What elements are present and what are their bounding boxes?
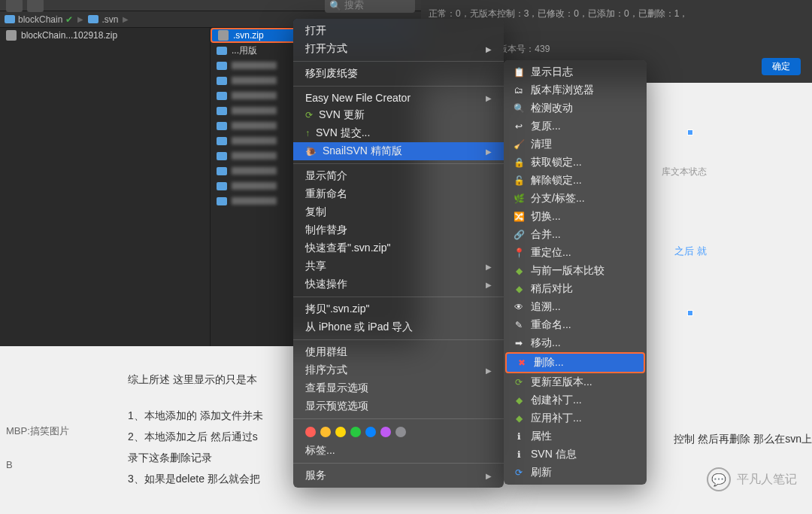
- sub-cleanup[interactable]: 🧹清理: [504, 135, 647, 154]
- switch-icon: 🔀: [513, 211, 525, 222]
- menu-svn-update[interactable]: ⟳SVN 更新: [293, 106, 504, 124]
- resize-handle[interactable]: [687, 129, 693, 135]
- menu-snailsvn[interactable]: 🐌SnailSVN 精简版▶: [293, 142, 504, 160]
- menu-separator: [293, 86, 504, 87]
- menu-rename[interactable]: 重新命名: [293, 185, 504, 203]
- menu-easy-new-file[interactable]: Easy New File Creator▶: [293, 90, 504, 106]
- menu-open-with[interactable]: 打开方式▶: [293, 40, 504, 58]
- sub-branch-tag[interactable]: 🌿分支/标签...: [504, 190, 647, 208]
- folder-icon: [217, 62, 227, 70]
- column-1[interactable]: blockChain...102918.zip: [0, 28, 211, 346]
- sub-blame[interactable]: 👁追溯...: [504, 298, 647, 316]
- folder-icon: [217, 137, 227, 145]
- sub-repo-browser[interactable]: 🗂版本库浏览器: [504, 81, 647, 99]
- menu-separator: [293, 297, 504, 297]
- sub-release-lock[interactable]: 🔓解除锁定...: [504, 172, 647, 190]
- toolbar: 🔍 搜索: [0, 0, 421, 11]
- resize-handle[interactable]: [687, 310, 693, 316]
- menu-separator: [293, 163, 504, 164]
- sidebar-text: B: [0, 456, 75, 473]
- menu-groups[interactable]: 使用群组: [293, 343, 504, 361]
- article-text: 综上所述 这里显示的只是本 1、本地添加的 添加文件并未 2、本地添加之后 然后…: [0, 361, 812, 497]
- menu-quick-actions[interactable]: 快速操作▶: [293, 275, 504, 293]
- relocate-icon: 📍: [513, 248, 525, 258]
- rename-icon: ✎: [513, 320, 525, 330]
- menu-import[interactable]: 从 iPhone 或 iPad 导入: [293, 318, 504, 336]
- sub-show-log[interactable]: 📋显示日志: [504, 63, 647, 81]
- diff-icon: ◆: [513, 284, 525, 294]
- sub-check-mods[interactable]: 🔍检测改动: [504, 99, 647, 117]
- article-line: 1、本地添加的 添加文件并未: [128, 405, 684, 426]
- folder-icon: [217, 77, 227, 85]
- nav-back-button[interactable]: [6, 0, 23, 12]
- chevron-right-icon: ▶: [486, 281, 492, 289]
- folder-icon: [217, 122, 227, 130]
- menu-get-info[interactable]: 显示简介: [293, 167, 504, 185]
- sub-diff-later[interactable]: ◆稍后对比: [504, 280, 647, 298]
- chevron-right-icon: ▶: [486, 263, 492, 271]
- revert-icon: ↩: [513, 121, 525, 132]
- article-line: 3、如果是delete 那么就会把: [128, 468, 684, 489]
- file-name: blockChain...102918.zip: [21, 30, 117, 41]
- sub-diff-prev[interactable]: ◆与前一版本比较: [504, 262, 647, 280]
- sub-revert[interactable]: ↩复原...: [504, 117, 647, 135]
- folder-icon: [217, 197, 227, 205]
- sidebar-text: MBP:搞笑图片: [0, 421, 75, 441]
- folder-icon: [217, 167, 227, 175]
- svn-icon: ⟳: [305, 110, 313, 120]
- sub-relocate[interactable]: 📍重定位...: [504, 244, 647, 262]
- menu-share[interactable]: 共享▶: [293, 257, 504, 275]
- confirm-button[interactable]: 确定: [762, 58, 801, 75]
- article-line: 录下这条删除记录: [128, 447, 684, 468]
- menu-separator: [293, 339, 504, 340]
- sub-get-lock[interactable]: 🔒获取锁定...: [504, 154, 647, 172]
- folder-icon: [217, 152, 227, 160]
- unlock-icon: 🔓: [513, 175, 525, 186]
- path-label: blockChain: [18, 14, 62, 25]
- file-item[interactable]: blockChain...102918.zip: [0, 28, 210, 43]
- browser-icon: 🗂: [513, 85, 525, 96]
- sub-rename[interactable]: ✎重命名...: [504, 316, 647, 334]
- article-line: 综上所述 这里显示的只是本: [128, 369, 684, 390]
- search-icon: 🔍: [329, 0, 341, 11]
- sub-move[interactable]: ➡移动...: [504, 334, 647, 352]
- sub-switch[interactable]: 🔀切换...: [504, 208, 647, 226]
- branch-icon: 🌿: [513, 193, 525, 204]
- menu-alias[interactable]: 制作替身: [293, 221, 504, 239]
- blame-icon: 👁: [513, 302, 525, 312]
- menu-open[interactable]: 打开: [293, 22, 504, 40]
- path-label: .svn: [102, 14, 118, 25]
- check-icon: 🔍: [513, 103, 525, 114]
- path-segment-2[interactable]: .svn: [83, 14, 123, 25]
- menu-trash[interactable]: 移到废纸篓: [293, 65, 504, 83]
- menu-quicklook[interactable]: 快速查看".svn.zip": [293, 239, 504, 257]
- chevron-right-icon: ▶: [77, 15, 83, 23]
- menu-duplicate[interactable]: 复制: [293, 203, 504, 221]
- folder-icon: [217, 47, 227, 55]
- menu-separator: [293, 61, 504, 62]
- article-line-right: 控制 然后再删除 那么在svn上: [674, 433, 812, 446]
- sync-checkmark-icon: ✔: [65, 14, 73, 25]
- folder-icon: [217, 107, 227, 115]
- watermark-text: 平凡人笔记: [737, 472, 797, 488]
- snail-icon: 🐌: [305, 146, 317, 157]
- search-placeholder: 搜索: [344, 0, 364, 12]
- file-name: ...用版: [232, 44, 257, 57]
- article-sidebar: MBP:搞笑图片 B: [0, 421, 75, 473]
- menu-copy[interactable]: 拷贝".svn.zip": [293, 300, 504, 318]
- path-segment-1[interactable]: blockChain ✔: [0, 14, 77, 25]
- sub-merge[interactable]: 🔗合并...: [504, 226, 647, 244]
- search-input[interactable]: 🔍 搜索: [325, 0, 415, 13]
- wechat-icon: 💬: [707, 467, 731, 491]
- menu-svn-commit[interactable]: ↑SVN 提交...: [293, 124, 504, 142]
- cleanup-icon: 🧹: [513, 139, 525, 150]
- nav-fwd-button[interactable]: [27, 0, 44, 12]
- lock-icon: 🔒: [513, 157, 525, 168]
- chevron-right-icon: ▶: [486, 45, 492, 53]
- folder-icon: [88, 15, 98, 23]
- article-line: 2、本地添加之后 然后通过s: [128, 430, 258, 443]
- chevron-right-icon: ▶: [486, 148, 492, 156]
- column-header: 库文本状态: [662, 166, 707, 178]
- folder-icon: [217, 182, 227, 190]
- chevron-right-icon: ▶: [123, 15, 129, 23]
